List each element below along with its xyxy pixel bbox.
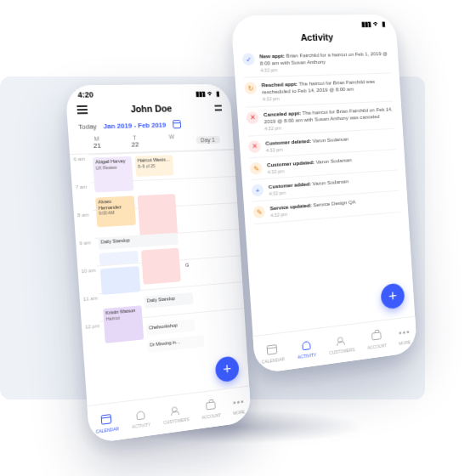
calendar-event[interactable]: G bbox=[183, 260, 196, 273]
calendar-event[interactable] bbox=[100, 266, 141, 295]
activity-badge-icon: ✕ bbox=[248, 140, 261, 153]
tab-label: CUSTOMERS bbox=[163, 416, 190, 425]
tab-label: ACTIVITY bbox=[132, 422, 150, 429]
tab-calendar[interactable]: CALENDAR bbox=[94, 412, 119, 434]
tab-activity[interactable]: ACTIVITY bbox=[131, 408, 150, 429]
time-label: 10 am bbox=[77, 266, 99, 296]
calendar-event[interactable] bbox=[141, 248, 181, 285]
calendar-event[interactable]: Haircut Wests…8–9 of 25 bbox=[134, 155, 173, 177]
time-label: 11 am bbox=[80, 293, 101, 323]
tab-account[interactable]: ACCOUNT bbox=[201, 399, 221, 419]
calendar-event[interactable]: Kristin WatsonHaircut bbox=[103, 305, 144, 343]
calendar-event[interactable]: Abigail HarveyUX Review bbox=[93, 156, 134, 193]
activity-icon bbox=[134, 408, 147, 422]
calendar-icon bbox=[266, 343, 279, 356]
signal-icon: ▮▮▮ bbox=[361, 20, 371, 28]
wifi-icon: ᯤ bbox=[207, 90, 214, 98]
add-button[interactable]: + bbox=[380, 282, 405, 309]
tab-label: ACCOUNT bbox=[201, 412, 221, 420]
time-label: 12 pm bbox=[82, 321, 102, 351]
tab-label: CALENDAR bbox=[95, 426, 119, 434]
calendar-grid[interactable]: 6 am7 am8 am9 am10 am11 am12 pm Abigail … bbox=[70, 150, 247, 382]
day-pill: Day 1 bbox=[196, 135, 219, 144]
menu-icon[interactable] bbox=[76, 105, 88, 115]
wifi-icon: ᯤ bbox=[373, 20, 380, 28]
calendar-icon bbox=[100, 412, 113, 426]
activity-icon bbox=[300, 338, 313, 352]
activity-badge-icon: ✎ bbox=[252, 206, 265, 218]
time-label: 8 am bbox=[74, 210, 95, 239]
activity-badge-icon: + bbox=[251, 184, 264, 196]
list-view-icon[interactable] bbox=[212, 104, 223, 112]
tab-customers[interactable]: CUSTOMERS bbox=[328, 333, 355, 355]
today-button[interactable]: Today bbox=[78, 122, 97, 131]
activity-text: Customer deleted: Varun Sudarsan4:32 pm bbox=[265, 135, 349, 154]
activity-text: Service updated: Service Design QA4:32 p… bbox=[269, 199, 356, 219]
tab-customers[interactable]: CUSTOMERS bbox=[162, 403, 190, 425]
calendar-icon[interactable] bbox=[173, 120, 181, 128]
time-label: 9 am bbox=[76, 238, 97, 267]
tab-more[interactable]: MORE bbox=[232, 396, 245, 416]
time-label: 7 am bbox=[71, 182, 93, 211]
time-label: 6 am bbox=[70, 154, 91, 183]
day-column[interactable]: W bbox=[159, 133, 184, 148]
phone-mockup-activity: ▮▮▮ᯤ▮ Activity ✓New appt: Brian Fairchil… bbox=[230, 14, 417, 374]
tab-label: CUSTOMERS bbox=[329, 347, 355, 355]
activity-badge-icon: ✓ bbox=[242, 53, 255, 65]
account-icon bbox=[371, 330, 382, 343]
signal-icon: ▮▮▮ bbox=[196, 90, 206, 98]
date-range[interactable]: Jan 2019 - Feb 2019 bbox=[103, 121, 166, 130]
status-time: 4:20 bbox=[77, 90, 94, 99]
tab-label: ACCOUNT bbox=[367, 343, 387, 350]
phone-mockup-calendar: 4:20 ▮▮▮ᯤ▮ John Doe Today Jan 2019 - Feb… bbox=[65, 84, 252, 444]
more-icon bbox=[399, 326, 411, 339]
battery-icon: ▮ bbox=[382, 20, 385, 28]
activity-feed[interactable]: ✓New appt: Brian Fairchild for a haircut… bbox=[233, 46, 413, 312]
activity-timestamp: 4:32 pm bbox=[260, 65, 391, 74]
customers-icon bbox=[336, 334, 348, 348]
customers-icon bbox=[170, 404, 182, 417]
day-column[interactable]: M21 bbox=[83, 135, 110, 150]
tab-label: CALENDAR bbox=[261, 356, 285, 365]
battery-icon: ▮ bbox=[216, 90, 219, 98]
calendar-event[interactable]: Alvaro Hernandez9:00 AM bbox=[95, 196, 136, 227]
day-column[interactable]: T22 bbox=[122, 134, 148, 149]
activity-badge-icon: ✕ bbox=[246, 111, 258, 124]
tab-more[interactable]: MORE bbox=[398, 326, 411, 346]
header-title: John Doe bbox=[130, 103, 172, 114]
tab-label: ACTIVITY bbox=[298, 352, 316, 360]
status-indicators: ▮▮▮ᯤ▮ bbox=[359, 20, 385, 28]
more-icon bbox=[233, 396, 245, 409]
phone-notch bbox=[116, 84, 183, 97]
tab-account[interactable]: ACCOUNT bbox=[366, 329, 387, 349]
account-icon bbox=[205, 400, 217, 412]
activity-badge-icon: ✎ bbox=[250, 162, 263, 175]
activity-item[interactable]: ✓New appt: Brian Fairchild for a haircut… bbox=[241, 46, 391, 78]
activity-text: Customer updated: Varun Sudarsan4:32 pm bbox=[267, 156, 353, 176]
activity-badge-icon: ↻ bbox=[244, 82, 257, 95]
tab-calendar[interactable]: CALENDAR bbox=[260, 343, 285, 365]
tab-activity[interactable]: ACTIVITY bbox=[297, 338, 316, 360]
tab-label: MORE bbox=[233, 409, 245, 416]
status-indicators: ▮▮▮ᯤ▮ bbox=[193, 89, 219, 98]
tab-label: MORE bbox=[399, 339, 411, 346]
activity-text: Canceled appt: The haircut for Brian Fai… bbox=[264, 105, 395, 132]
activity-text: New appt: Brian Fairchild for a haircut … bbox=[259, 50, 391, 74]
add-button[interactable]: + bbox=[215, 355, 240, 382]
activity-text: Customer added: Varun Sudarsan4:32 pm bbox=[269, 178, 349, 197]
activity-text: Resched appt: The haircut for Brian Fair… bbox=[261, 78, 393, 104]
calendar-event[interactable] bbox=[138, 194, 178, 236]
phone-notch bbox=[282, 14, 348, 27]
